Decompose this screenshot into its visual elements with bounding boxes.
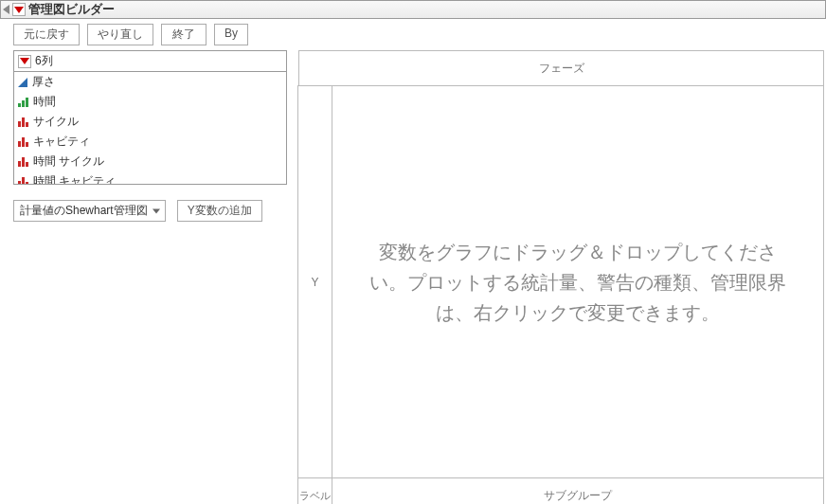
chart-type-value: 計量値のShewhart管理図 xyxy=(20,204,148,217)
control-chart-builder: 管理図ビルダー 元に戻す やり直し 終了 By 6列 厚さ 時間 xyxy=(0,0,826,504)
column-label: 時間 サイクル xyxy=(33,153,104,170)
column-item[interactable]: 時間 xyxy=(14,92,286,112)
add-y-button[interactable]: Y変数の追加 xyxy=(177,200,262,222)
zone-label: フェーズ xyxy=(539,61,584,77)
column-label: キャビティ xyxy=(33,134,90,150)
zone-label: Y xyxy=(311,276,318,289)
nominal-icon xyxy=(18,137,28,147)
plot-drop-zone[interactable]: 変数をグラフにドラッグ＆ドロップしてください。プロットする統計量、警告の種類、管… xyxy=(332,85,824,478)
column-item[interactable]: 時間 キャビティ xyxy=(14,171,286,185)
column-label: 時間 キャビティ xyxy=(33,173,116,185)
drop-zones: フェーズ Y 変数をグラフにドラッグ＆ドロップしてください。プロットする統計量、… xyxy=(298,50,826,504)
drop-instructions: 変数をグラフにドラッグ＆ドロップしてください。プロットする統計量、警告の種類、管… xyxy=(361,237,795,328)
columns-list[interactable]: 厚さ 時間 サイクル キャビティ 時間 サイクル xyxy=(13,71,287,185)
menu-icon[interactable] xyxy=(18,55,31,68)
columns-header[interactable]: 6列 xyxy=(13,50,287,71)
disclosure-icon[interactable] xyxy=(3,5,9,14)
subgroup-zone[interactable]: サブグループ xyxy=(332,477,824,504)
zone-label: ラベル xyxy=(299,489,331,503)
nominal-icon xyxy=(18,177,28,186)
columns-count: 6列 xyxy=(35,53,53,69)
by-button[interactable]: By xyxy=(214,24,248,45)
column-label: サイクル xyxy=(33,114,79,130)
label-zone[interactable]: ラベル xyxy=(297,477,332,504)
left-panel: 6列 厚さ 時間 サイクル キャビティ xyxy=(0,50,298,504)
column-item[interactable]: サイクル xyxy=(14,112,286,132)
continuous-icon xyxy=(18,78,27,87)
toolbar: 元に戻す やり直し 終了 By xyxy=(0,19,826,50)
column-item[interactable]: キャビティ xyxy=(14,132,286,152)
column-label: 厚さ xyxy=(32,74,55,90)
zone-label: サブグループ xyxy=(544,488,612,504)
ordinal-icon xyxy=(18,98,28,107)
redo-button[interactable]: やり直し xyxy=(87,24,153,45)
body: 6列 厚さ 時間 サイクル キャビティ xyxy=(0,50,826,504)
column-item[interactable]: 厚さ xyxy=(14,72,286,92)
menu-icon[interactable] xyxy=(12,3,26,16)
panel-title: 管理図ビルダー xyxy=(28,1,115,18)
nominal-icon xyxy=(18,157,28,167)
panel-header[interactable]: 管理図ビルダー xyxy=(0,0,826,19)
controls-row: 計量値のShewhart管理図 Y変数の追加 xyxy=(13,200,287,222)
done-button[interactable]: 終了 xyxy=(161,24,206,45)
nominal-icon xyxy=(18,117,28,127)
column-item[interactable]: 時間 サイクル xyxy=(14,152,286,171)
y-axis-zone[interactable]: Y xyxy=(297,85,332,478)
phase-zone[interactable]: フェーズ xyxy=(298,50,824,86)
column-label: 時間 xyxy=(33,94,56,110)
undo-button[interactable]: 元に戻す xyxy=(13,24,80,45)
chart-type-select[interactable]: 計量値のShewhart管理図 xyxy=(13,200,166,222)
